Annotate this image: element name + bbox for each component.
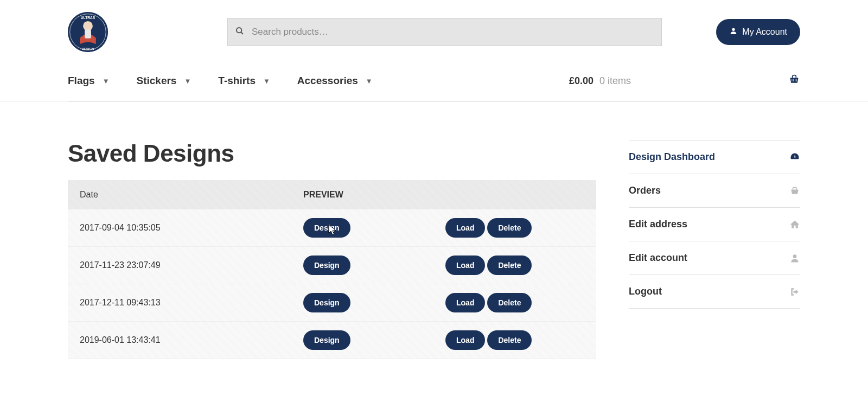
header-top: ULTRAS DESIGN My Account (68, 0, 800, 62)
my-account-label: My Account (742, 27, 787, 37)
table-row: 2017-12-11 09:43:13 Design Load Delete (68, 284, 596, 322)
nav-label: Stickers (137, 75, 177, 87)
design-button[interactable]: Design (303, 256, 350, 275)
svg-rect-3 (85, 30, 91, 39)
sidebar: Design Dashboard Orders Edit address (629, 140, 800, 359)
preview-cell: Design (303, 293, 445, 312)
svg-point-8 (732, 28, 735, 31)
preview-cell: Design (303, 330, 445, 350)
nav-label: T-shirts (218, 75, 256, 87)
main-nav: Flags ▼ Stickers ▼ T-shirts ▼ Accessorie… (68, 62, 800, 101)
column-header-preview: PREVIEW (303, 190, 445, 200)
design-button[interactable]: Design (303, 330, 350, 350)
preview-cell: Design (303, 218, 445, 238)
chevron-down-icon: ▼ (184, 77, 191, 85)
nav-item-stickers[interactable]: Stickers ▼ (137, 75, 192, 87)
nav-label: Accessories (297, 75, 358, 87)
dashboard-icon (789, 152, 800, 163)
table-row: 2019-06-01 13:43:41 Design Load Delete (68, 322, 596, 359)
basket-icon[interactable] (788, 74, 800, 88)
user-icon (789, 253, 800, 264)
user-icon (729, 27, 738, 37)
svg-point-13 (793, 254, 797, 258)
design-button[interactable]: Design (303, 218, 350, 238)
sidebar-item-label: Logout (629, 286, 662, 297)
delete-button[interactable]: Delete (487, 330, 532, 350)
sidebar-item-label: Edit account (629, 252, 687, 264)
cart-area[interactable]: £0.00 0 items (569, 74, 800, 88)
chevron-down-icon: ▼ (263, 77, 270, 85)
sidebar-item-label: Orders (629, 185, 661, 196)
chevron-down-icon: ▼ (103, 77, 110, 85)
actions-cell: Load Delete (445, 256, 584, 275)
actions-cell: Load Delete (445, 218, 584, 238)
date-cell: 2017-11-23 23:07:49 (80, 260, 303, 270)
actions-cell: Load Delete (445, 293, 584, 312)
column-header-date: Date (80, 190, 303, 200)
load-button[interactable]: Load (445, 218, 485, 238)
nav-menu: Flags ▼ Stickers ▼ T-shirts ▼ Accessorie… (68, 75, 373, 87)
delete-button[interactable]: Delete (487, 218, 532, 238)
main-area: Saved Designs Date PREVIEW 2017-09-04 10… (68, 102, 800, 359)
nav-item-accessories[interactable]: Accessories ▼ (297, 75, 373, 87)
cart-price: £0.00 (569, 75, 593, 86)
svg-point-6 (237, 28, 241, 33)
chevron-down-icon: ▼ (366, 77, 373, 85)
table-header: Date PREVIEW (68, 180, 596, 209)
basket-icon (789, 186, 800, 196)
site-logo[interactable]: ULTRAS DESIGN (68, 12, 108, 52)
table-row: 2017-09-04 10:35:05 Design Load Delete (68, 209, 596, 247)
load-button[interactable]: Load (445, 293, 485, 312)
nav-item-flags[interactable]: Flags ▼ (68, 75, 110, 87)
date-cell: 2017-09-04 10:35:05 (80, 223, 303, 233)
column-header-actions (445, 190, 584, 200)
content: Saved Designs Date PREVIEW 2017-09-04 10… (68, 140, 596, 359)
date-cell: 2017-12-11 09:43:13 (80, 298, 303, 308)
sidebar-item-label: Design Dashboard (629, 151, 715, 163)
cart-text: £0.00 0 items (569, 75, 631, 87)
load-button[interactable]: Load (445, 256, 485, 275)
svg-text:DESIGN: DESIGN (82, 47, 94, 50)
sidebar-item-design-dashboard[interactable]: Design Dashboard (629, 140, 800, 174)
my-account-button[interactable]: My Account (716, 19, 800, 45)
home-icon (789, 219, 800, 230)
nav-item-tshirts[interactable]: T-shirts ▼ (218, 75, 270, 87)
sidebar-item-edit-address[interactable]: Edit address (629, 208, 800, 241)
search-icon (235, 27, 244, 37)
actions-cell: Load Delete (445, 330, 584, 350)
svg-line-7 (241, 32, 243, 34)
sidebar-item-label: Edit address (629, 219, 687, 230)
svg-text:ULTRAS: ULTRAS (81, 16, 95, 20)
sidebar-item-edit-account[interactable]: Edit account (629, 241, 800, 275)
delete-button[interactable]: Delete (487, 256, 532, 275)
cart-items-count: 0 items (599, 75, 631, 86)
sidebar-item-orders[interactable]: Orders (629, 174, 800, 208)
search-input[interactable] (227, 18, 662, 46)
design-button[interactable]: Design (303, 293, 350, 312)
logout-icon (789, 286, 800, 297)
svg-point-2 (83, 21, 93, 31)
preview-cell: Design (303, 256, 445, 275)
nav-label: Flags (68, 75, 95, 87)
date-cell: 2019-06-01 13:43:41 (80, 335, 303, 345)
page-title: Saved Designs (68, 140, 596, 167)
load-button[interactable]: Load (445, 330, 485, 350)
search-wrapper (227, 18, 662, 46)
sidebar-list: Design Dashboard Orders Edit address (629, 140, 800, 309)
sidebar-item-logout[interactable]: Logout (629, 275, 800, 309)
table-row: 2017-11-23 23:07:49 Design Load Delete (68, 247, 596, 284)
delete-button[interactable]: Delete (487, 293, 532, 312)
designs-table: Date PREVIEW 2017-09-04 10:35:05 Design … (68, 180, 596, 359)
